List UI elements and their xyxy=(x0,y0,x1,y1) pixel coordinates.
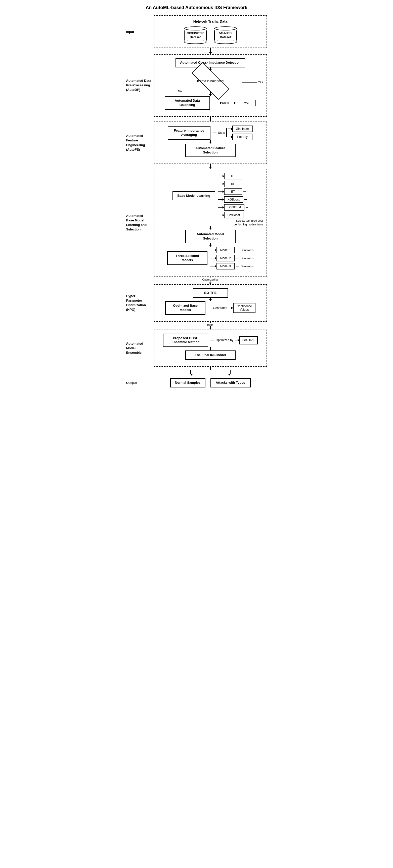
generates-2: Generates xyxy=(241,257,254,260)
catboost-row: CatBoost xyxy=(218,212,248,218)
model3-box: Model 3 xyxy=(217,263,235,270)
class-imbalance-box: Automated Class- Imbalance Detection xyxy=(175,58,245,67)
generates-1: Generates xyxy=(241,249,254,252)
autodp-label: Automated DataPre-Processing(AutoDP) xyxy=(126,79,151,92)
generates-3: Generates xyxy=(241,265,254,268)
gini-box: Gini Index xyxy=(232,126,253,132)
optimized-base-box: Optimized BaseModels xyxy=(165,301,205,315)
attacks-types-box: Attacks with Types xyxy=(210,378,251,388)
xgboost-row: XGBoost xyxy=(218,196,248,203)
catboost-box: CatBoost xyxy=(224,212,243,218)
network-traffic-title: Network Traffic Data xyxy=(193,19,227,23)
et-row: ET xyxy=(218,188,248,195)
lightgbm-box: LightGBM xyxy=(224,204,244,211)
lightgbm-row: LightGBM xyxy=(218,204,248,211)
normal-samples-box: Normal Samples xyxy=(170,378,205,388)
no-label: No xyxy=(178,90,182,93)
main-title: An AutoML-based Autonomous IDS Framework xyxy=(126,5,267,10)
confidence-box: ConfidenceValues xyxy=(233,303,256,313)
dt-row: DT xyxy=(218,173,248,179)
data-balancing-box: Automated DataBalancing xyxy=(165,96,210,110)
model1-row: Model 1 Generates xyxy=(210,247,254,253)
tvae-box: TVAE xyxy=(236,100,256,106)
final-model-box: The Final IDS Model xyxy=(185,350,236,360)
feature-selection-box: Automated FeatureSelection xyxy=(185,144,236,157)
model2-box: Model 2 xyxy=(217,255,235,261)
ensemble-label: Automated ModelEnsemble xyxy=(126,341,152,355)
diamond-text: If data is balanced xyxy=(185,71,236,91)
bo-tpe-box-ensemble: BO-TPE xyxy=(239,336,258,344)
model1-box: Model 1 xyxy=(217,247,235,253)
dt-box: DT xyxy=(224,173,242,179)
hpo-label: Hyper-ParameterOptimization(HPO) xyxy=(126,294,152,312)
build-label: Build xyxy=(207,323,213,326)
diagram-container: An AutoML-based Autonomous IDS Framework… xyxy=(126,5,267,390)
automl-label: Automated Base ModelLearning and Selecti… xyxy=(126,214,152,232)
ocse-box: Proposed OCSEEnsemble Method xyxy=(163,334,208,347)
yes-branch: Yes xyxy=(242,81,263,84)
model-selection-box: Automated ModelSelection xyxy=(185,230,236,243)
uses-label-autofe: Uses xyxy=(218,131,225,134)
optimized-by-label1: Optimized by xyxy=(202,278,218,281)
generates-label-hpo: Generates xyxy=(213,306,227,310)
5g-nidd-dataset: 5G-NIDDDataset xyxy=(214,26,237,44)
et-box: ET xyxy=(224,188,242,195)
autofe-label: Automated FeatureEngineering (AutoFE) xyxy=(126,133,152,152)
entropy-box: Entropy xyxy=(232,133,253,140)
base-model-box: Base Model Learning xyxy=(172,191,215,200)
bo-tpe-box-hpo: BO-TPE xyxy=(193,288,228,298)
cicids-dataset: CICIDS2017Dataset xyxy=(184,26,207,44)
model3-row: Model 3 Generates xyxy=(210,263,254,270)
uses-tvae-label: Uses xyxy=(222,101,229,105)
rf-box: RF xyxy=(224,181,242,187)
rf-row: RF xyxy=(218,181,248,187)
output-label: Output xyxy=(126,381,154,385)
input-label: Input xyxy=(126,30,154,34)
optimized-by-label2: Optimized by xyxy=(216,338,233,342)
model2-row: Model 2 Generates xyxy=(210,255,254,261)
xgboost-box: XGBoost xyxy=(224,196,243,203)
feature-importance-box: Feature ImportanceAveraging xyxy=(168,126,210,140)
selects-note: Selects top-three bestperforming models … xyxy=(234,219,263,226)
three-models-box: Three SelectedModels xyxy=(167,251,207,265)
